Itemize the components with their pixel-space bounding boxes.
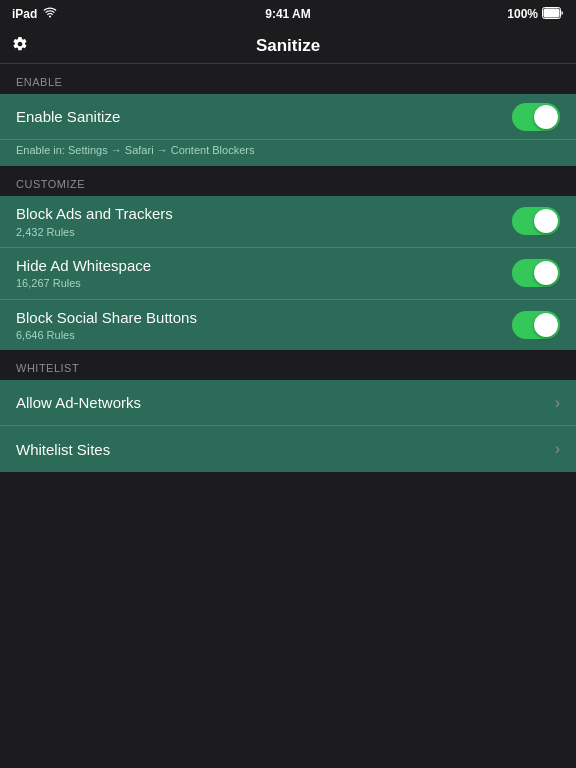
hide-whitespace-toggle-knob [534, 261, 558, 285]
nav-bar: Sanitize [0, 28, 576, 64]
wifi-icon [43, 7, 57, 21]
allow-ad-networks-cell[interactable]: Allow Ad-Networks › [0, 380, 576, 426]
block-social-toggle[interactable] [512, 311, 560, 339]
enable-sanitize-toggle[interactable] [512, 103, 560, 131]
block-ads-title: Block Ads and Trackers [16, 204, 512, 224]
battery-percent: 100% [507, 7, 538, 21]
hide-whitespace-text: Hide Ad Whitespace 16,267 Rules [16, 248, 512, 299]
customize-section-label: CUSTOMIZE [0, 166, 576, 196]
svg-rect-1 [544, 8, 560, 17]
block-ads-toggle-knob [534, 209, 558, 233]
status-bar: iPad 9:41 AM 100% [0, 0, 576, 28]
gear-icon[interactable] [12, 36, 28, 56]
block-social-title: Block Social Share Buttons [16, 308, 512, 328]
block-social-cell: Block Social Share Buttons 6,646 Rules [0, 300, 576, 351]
block-social-toggle-knob [534, 313, 558, 337]
nav-title: Sanitize [256, 36, 320, 56]
status-bar-left: iPad [12, 7, 57, 21]
allow-ad-networks-title: Allow Ad-Networks [16, 394, 141, 411]
block-ads-subtitle: 2,432 Rules [16, 225, 512, 239]
enable-sanitize-title: Enable Sanitize [16, 107, 512, 127]
hide-whitespace-toggle[interactable] [512, 259, 560, 287]
block-ads-text: Block Ads and Trackers 2,432 Rules [16, 196, 512, 247]
whitelist-sites-cell[interactable]: Whitelist Sites › [0, 426, 576, 472]
enable-hint: Enable in: Settings → Safari → Content B… [0, 140, 576, 166]
customize-section-group: Block Ads and Trackers 2,432 Rules Hide … [0, 196, 576, 350]
allow-ad-networks-chevron: › [555, 394, 560, 412]
battery-icon [542, 7, 564, 22]
block-social-subtitle: 6,646 Rules [16, 328, 512, 342]
enable-sanitize-toggle-knob [534, 105, 558, 129]
whitelist-section-label: WHITELIST [0, 350, 576, 380]
whitelist-sites-title: Whitelist Sites [16, 441, 110, 458]
status-bar-time: 9:41 AM [265, 7, 311, 21]
enable-sanitize-text: Enable Sanitize [16, 99, 512, 135]
hide-whitespace-subtitle: 16,267 Rules [16, 276, 512, 290]
whitelist-sites-chevron: › [555, 440, 560, 458]
device-label: iPad [12, 7, 37, 21]
hide-whitespace-cell: Hide Ad Whitespace 16,267 Rules [0, 248, 576, 300]
enable-sanitize-cell: Enable Sanitize [0, 94, 576, 140]
enable-section-group: Enable Sanitize Enable in: Settings → Sa… [0, 94, 576, 166]
block-ads-cell: Block Ads and Trackers 2,432 Rules [0, 196, 576, 248]
block-ads-toggle[interactable] [512, 207, 560, 235]
enable-section-label: ENABLE [0, 64, 576, 94]
whitelist-section-group: Allow Ad-Networks › Whitelist Sites › [0, 380, 576, 472]
content: ENABLE Enable Sanitize Enable in: Settin… [0, 64, 576, 472]
status-bar-right: 100% [507, 7, 564, 22]
hide-whitespace-title: Hide Ad Whitespace [16, 256, 512, 276]
block-social-text: Block Social Share Buttons 6,646 Rules [16, 300, 512, 351]
